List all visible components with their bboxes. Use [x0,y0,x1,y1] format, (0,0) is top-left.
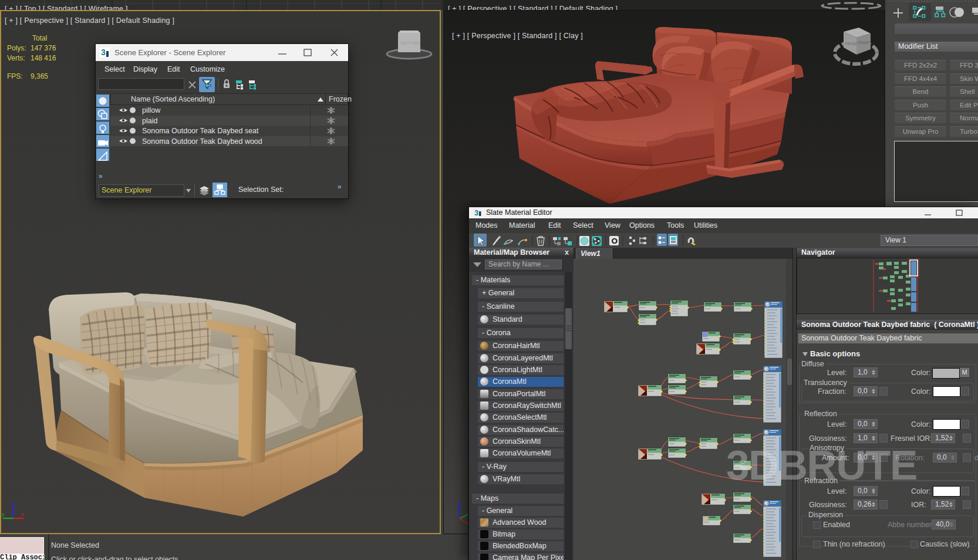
svg-text:z: z [457,501,460,507]
svg-text:x: x [21,511,24,517]
svg-text:z: z [11,501,14,507]
svg-text:LEFT FRO: LEFT FRO [400,41,420,45]
svg-text:FRONT: FRONT [845,42,858,46]
svg-text:O: O [612,237,618,245]
svg-text:RIGHT: RIGHT [859,41,871,45]
svg-text:3: 3 [101,48,106,57]
svg-text:3: 3 [474,208,478,217]
svg-text:y: y [2,511,5,517]
